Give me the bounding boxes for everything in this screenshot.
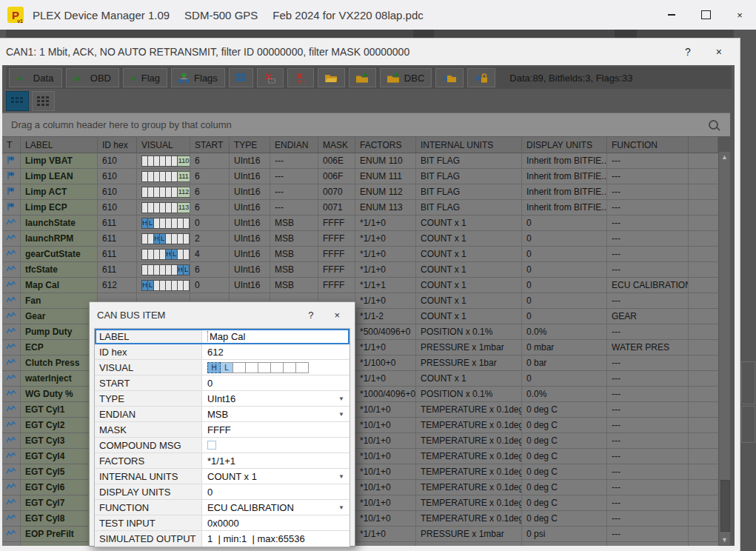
byte-cell	[141, 249, 148, 260]
field-value-id-hex[interactable]: 612	[202, 344, 349, 359]
dropdown-arrow-icon[interactable]: ▼	[338, 504, 344, 511]
cell-endian: ---	[270, 184, 318, 199]
dbc-button[interactable]: DBC	[380, 68, 432, 87]
byte-cell	[160, 264, 166, 276]
column-header-label[interactable]: LABEL	[21, 137, 98, 153]
maximize-button[interactable]	[700, 9, 712, 21]
field-value-endian[interactable]: MSB▼	[202, 407, 349, 421]
column-header-func[interactable]: FUNCTION	[607, 137, 689, 153]
cell-label: gearCutState	[21, 247, 98, 261]
add-flag-button[interactable]: +Flag	[123, 68, 167, 87]
cell-t	[2, 464, 21, 479]
plus-icon: +	[130, 73, 137, 84]
scrollbar-thumb[interactable]	[720, 480, 730, 532]
add-obd-button[interactable]: +OBD	[66, 68, 119, 87]
field-value-compound-msg[interactable]	[202, 438, 349, 453]
byte-cell[interactable]: L	[221, 362, 233, 373]
cell-display: Inherit from BITFIE...	[522, 184, 607, 199]
can-help-button[interactable]: ?	[685, 46, 691, 58]
dialog-close-button[interactable]: ×	[334, 310, 340, 321]
column-header-type[interactable]: TYPE	[230, 137, 270, 153]
cell-visual: 110	[137, 153, 190, 168]
close-button[interactable]: ×	[734, 9, 746, 21]
add-data-button[interactable]: +Data	[9, 68, 62, 87]
byte-cell	[141, 171, 148, 182]
column-header-internal[interactable]: INTERNAL UNITS	[416, 137, 522, 153]
open-file-button[interactable]	[318, 68, 345, 87]
tab-grid-view-alt[interactable]	[32, 91, 55, 111]
can-close-button[interactable]: ×	[716, 46, 722, 58]
cell-factors: *1/1+0	[355, 231, 416, 246]
tab-grid-view-selected[interactable]	[6, 91, 29, 111]
field-value-simulated-output[interactable]: 1 | min:1 | max:65536	[202, 531, 349, 547]
field-label: SIMULATED OUTPUT	[95, 531, 202, 547]
search-icon[interactable]	[709, 120, 718, 130]
table-row[interactable]: Limp ECP6101136UInt16---0071ENUM 113BIT …	[2, 200, 718, 216]
column-header-visual[interactable]: VISUAL	[137, 137, 190, 153]
table-row[interactable]: Limp LEAN6101116UInt16---006FENUM 111BIT…	[2, 169, 718, 184]
import-button[interactable]	[435, 68, 464, 87]
field-value-test-input[interactable]: 0x0000	[202, 515, 349, 530]
table-row[interactable]: gearCutState611HL4UInt16MSBFFFF*1/1+0COU…	[2, 247, 718, 262]
byte-cell[interactable]	[271, 362, 284, 373]
scroll-up-icon[interactable]: ▲	[719, 152, 730, 162]
byte-cell[interactable]	[284, 362, 296, 373]
column-header-t[interactable]: T	[2, 137, 21, 153]
field-value-internal-units[interactable]: COUNT x 1▼	[202, 469, 349, 484]
dropdown-arrow-icon[interactable]: ▼	[338, 411, 344, 418]
field-value-mask[interactable]: FFFF	[202, 422, 349, 437]
cell-mask: FFFF	[318, 216, 355, 230]
table-row[interactable]: launchRPM611HL2UInt16MSBFFFF*1/1+0COUNT …	[2, 231, 718, 247]
vertical-scrollbar[interactable]: ▲ ▼	[718, 152, 730, 545]
cell-factors: ENUM 113	[355, 200, 416, 215]
byte-cell: H	[154, 233, 160, 244]
field-value-start[interactable]: 0	[202, 375, 349, 390]
delete-item-button[interactable]	[257, 68, 284, 87]
dropdown-arrow-icon[interactable]: ▼	[338, 395, 344, 402]
column-header-mask[interactable]: MASK	[318, 137, 355, 153]
column-header-start[interactable]: START	[190, 137, 230, 153]
byte-cell[interactable]	[296, 362, 309, 373]
cell-display: 0	[522, 278, 607, 293]
field-value-type[interactable]: UInt16▼	[202, 391, 349, 406]
flags-button[interactable]: Flags	[171, 68, 225, 87]
import-locked-button[interactable]	[467, 68, 495, 87]
table-row[interactable]: Limp ACT6101126UInt16---0070ENUM 112BIT …	[2, 184, 718, 200]
field-value-factors[interactable]: *1/1+1	[202, 453, 349, 468]
compound-msg-checkbox[interactable]	[207, 441, 216, 450]
app-name: PLEX Device Manager 1.09	[33, 9, 170, 21]
cell-factors: *1/1+0	[355, 340, 416, 355]
dropdown-arrow-icon[interactable]: ▼	[338, 473, 344, 480]
plus-icon: +	[73, 73, 80, 84]
add-file-button[interactable]	[349, 68, 376, 87]
cell-factors: ENUM 111	[355, 169, 416, 184]
byte-cell[interactable]	[258, 362, 271, 373]
cell-type: UInt16	[230, 216, 270, 230]
grid-view-button[interactable]	[229, 68, 253, 87]
byte-cell[interactable]: H	[207, 362, 221, 373]
delete-all-button[interactable]: ALL	[287, 68, 314, 87]
byte-cell: H	[141, 218, 148, 229]
cell-visual: HL	[137, 247, 190, 261]
table-row[interactable]: Limp VBAT6101106UInt16---006EENUM 110BIT…	[2, 153, 718, 169]
cell-func: WATER PRES	[607, 340, 689, 355]
table-row[interactable]: launchState611HL0UInt16MSBFFFF*1/1+0COUN…	[2, 216, 718, 231]
cell-func: ---	[607, 247, 689, 261]
field-value-function[interactable]: ECU CALIBRATION▼	[202, 500, 349, 515]
scroll-down-icon[interactable]: ▼	[719, 535, 730, 545]
field-text: FFFF	[207, 424, 231, 435]
minimize-button[interactable]	[666, 9, 678, 21]
field-value-label[interactable]: Map Cal	[202, 329, 349, 344]
field-value-visual[interactable]: HL	[202, 360, 349, 375]
byte-cell[interactable]	[246, 362, 258, 373]
field-value-display-units[interactable]: 0	[202, 484, 349, 499]
table-row[interactable]: tfcState611HL6UInt16MSBFFFF*1/1+0COUNT x…	[2, 262, 718, 278]
column-header-display[interactable]: DISPLAY UNITS	[522, 137, 607, 153]
column-header-endian[interactable]: ENDIAN	[270, 137, 318, 153]
column-header-id[interactable]: ID hex	[98, 137, 137, 153]
column-header-factors[interactable]: FACTORS	[355, 137, 416, 153]
table-row[interactable]: Map Cal612HL0UInt16MSBFFFF*1/1+1COUNT x …	[2, 278, 718, 293]
visual-bytes-widget[interactable]: HL	[207, 362, 309, 373]
dialog-help-button[interactable]: ?	[308, 310, 313, 321]
byte-cell[interactable]	[233, 362, 246, 373]
